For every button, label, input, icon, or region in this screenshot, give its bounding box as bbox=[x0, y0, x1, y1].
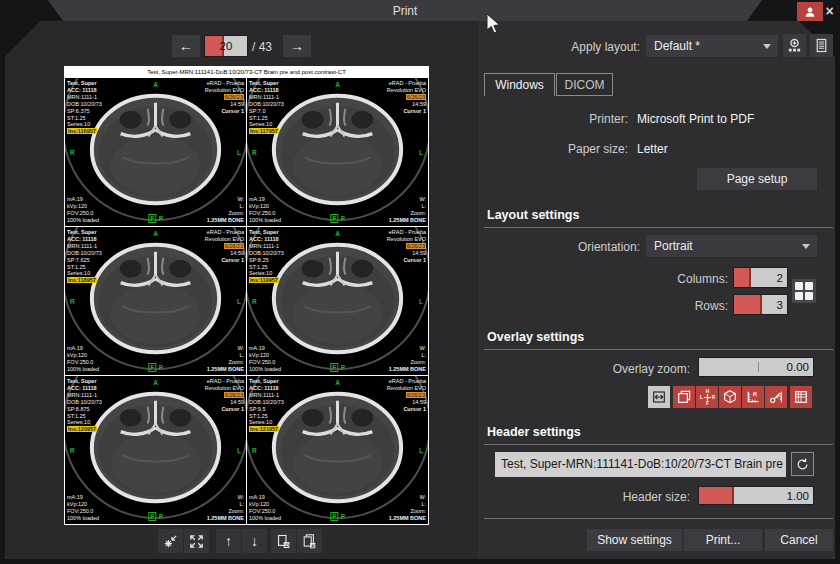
overlay-settings-title: Overlay settings bbox=[487, 330, 584, 344]
cell-overlay-bottom-right: W: L: Zoom: 1.25MM BONE bbox=[207, 196, 244, 224]
header-size-fill bbox=[699, 487, 734, 504]
delete-all-pages-button[interactable] bbox=[297, 529, 322, 553]
columns-fill bbox=[734, 268, 751, 287]
orientation-marker-right: R bbox=[252, 149, 257, 156]
reset-icon bbox=[795, 457, 810, 472]
divider bbox=[484, 227, 833, 228]
rows-value: 3 bbox=[777, 299, 783, 311]
orientation-marker-feet: FP bbox=[330, 363, 345, 372]
orientation-marker-left: L bbox=[419, 447, 423, 454]
move-page-down-button[interactable]: ↓ bbox=[242, 529, 267, 553]
rows-fill bbox=[734, 295, 762, 314]
printer-value: Microsoft Print to PDF bbox=[637, 112, 754, 126]
orientation-marker-feet: FP bbox=[330, 512, 345, 521]
orientation-dropdown[interactable]: Portrait bbox=[646, 235, 817, 257]
page-setup-button[interactable]: Page setup bbox=[697, 168, 817, 190]
cell-overlay-top-left: Test, Super ACC: 11118 MRN:1111-1 DOB:10… bbox=[67, 80, 102, 135]
actual-size-button[interactable] bbox=[158, 529, 183, 553]
preview-cell[interactable]: Test, Super ACC: 11118 MRN:1111-1 DOB:10… bbox=[247, 227, 428, 375]
show-settings-button[interactable]: Show settings bbox=[587, 529, 682, 551]
preview-cell[interactable]: Test, Super ACC: 11118 MRN:1111-1 DOB:10… bbox=[65, 227, 246, 375]
tab-windows-label: Windows bbox=[495, 78, 544, 92]
move-page-up-button[interactable]: ↑ bbox=[216, 529, 241, 553]
cell-overlay-top-right: eRAD - Prueba Revolution EVO 6/26/23 14:… bbox=[387, 378, 426, 413]
fit-overlays-icon bbox=[651, 389, 667, 405]
delete-page-button[interactable] bbox=[271, 529, 296, 553]
next-page-button[interactable]: → bbox=[283, 35, 311, 57]
cancel-button[interactable]: Cancel bbox=[765, 529, 833, 551]
measurements-button[interactable] bbox=[765, 386, 787, 408]
fit-page-icon bbox=[188, 533, 205, 550]
columns-label: Columns: bbox=[620, 272, 728, 286]
preview-cell[interactable]: Test, Super ACC: 11118 MRN:1111-1 DOB:10… bbox=[247, 376, 428, 524]
rows-spinner[interactable]: 3 bbox=[733, 294, 788, 315]
fit-overlays-button[interactable] bbox=[648, 386, 670, 408]
cell-overlay-top-left: Test, Super ACC: 11118 MRN:1111-1 DOB:10… bbox=[249, 229, 284, 284]
fit-page-button[interactable] bbox=[184, 529, 209, 553]
cell-overlay-bottom-right: W: L: Zoom: 1.25MM BONE bbox=[389, 345, 426, 373]
orientation-markers-button[interactable]: H L R F bbox=[696, 386, 718, 408]
header-settings-title: Header settings bbox=[487, 425, 581, 439]
previous-page-button[interactable]: ← bbox=[172, 35, 200, 57]
page-number-value: 20 bbox=[220, 40, 233, 52]
orientation-cube-button[interactable] bbox=[719, 386, 741, 408]
paper-size-label: Paper size: bbox=[520, 142, 628, 156]
cell-overlay-bottom-left: mA:19 kVp:120 FOV:250.0 100% loaded bbox=[249, 345, 281, 373]
table-icon bbox=[793, 389, 809, 405]
reset-header-button[interactable] bbox=[791, 452, 814, 476]
tab-dicom[interactable]: DICOM bbox=[556, 73, 613, 96]
orientation-marker-left: L bbox=[419, 149, 423, 156]
orientation-marker-right: R bbox=[70, 149, 75, 156]
measurements-key-icon bbox=[768, 389, 784, 405]
close-icon: × bbox=[825, 3, 833, 19]
orientation-marker-anterior: A bbox=[335, 379, 340, 386]
preview-cell[interactable]: Test, Super ACC: 11118 MRN:1111-1 DOB:10… bbox=[65, 376, 246, 524]
user-icon bbox=[803, 5, 817, 19]
layout-list-button[interactable] bbox=[810, 34, 833, 57]
window-title: Print bbox=[393, 4, 418, 18]
ruler-button[interactable] bbox=[742, 386, 764, 408]
overlay-zoom-label: Overlay zoom: bbox=[560, 362, 690, 376]
orientation-cube-icon bbox=[722, 389, 738, 405]
arrow-down-icon: ↓ bbox=[251, 533, 258, 549]
svg-text:L: L bbox=[700, 395, 703, 400]
cell-overlay-bottom-right: W: L: Zoom: 1.25MM BONE bbox=[389, 196, 426, 224]
arrow-up-icon: ↑ bbox=[225, 533, 232, 549]
arrow-left-icon: ← bbox=[179, 38, 193, 54]
show-overlays-button[interactable] bbox=[673, 386, 695, 408]
svg-text:H: H bbox=[705, 389, 709, 394]
svg-text:R: R bbox=[711, 395, 715, 400]
cell-overlay-top-right: eRAD - Prueba Revolution EVO 6/26/23 14:… bbox=[387, 229, 426, 264]
preview-cell[interactable]: Test, Super ACC: 11118 MRN:1111-1 DOB:10… bbox=[247, 78, 428, 226]
header-size-slider[interactable]: 1.00 bbox=[698, 486, 814, 505]
overlay-zoom-value: 0.00 bbox=[787, 361, 809, 373]
cell-overlay-bottom-right: W: L: Zoom: 1.25MM BONE bbox=[207, 494, 244, 522]
page-number-spinner[interactable]: 20 bbox=[204, 35, 248, 57]
cell-overlay-bottom-right: W: L: Zoom: 1.25MM BONE bbox=[207, 345, 244, 373]
apply-layout-dropdown[interactable]: Default * bbox=[646, 35, 778, 57]
divider bbox=[484, 518, 833, 519]
save-layout-button[interactable] bbox=[783, 34, 806, 57]
delete-page-icon bbox=[275, 533, 292, 550]
cell-overlay-top-left: Test, Super ACC: 11118 MRN:1111-1 DOB:10… bbox=[249, 80, 284, 135]
orientation-marker-feet: FP bbox=[148, 512, 163, 521]
tab-windows[interactable]: Windows bbox=[484, 73, 555, 96]
cell-overlay-top-left: Test, Super ACC: 11118 MRN:1111-1 DOB:10… bbox=[67, 378, 102, 433]
actual-size-icon bbox=[162, 533, 179, 550]
grid-icon bbox=[795, 282, 813, 300]
orientation-marker-feet: FP bbox=[148, 363, 163, 372]
layout-list-icon bbox=[813, 37, 830, 54]
cell-overlay-bottom-left: mA:19 kVp:120 FOV:250.0 100% loaded bbox=[67, 345, 99, 373]
print-button[interactable]: Print... bbox=[684, 529, 762, 551]
columns-spinner[interactable]: 2 bbox=[733, 267, 788, 288]
user-button[interactable] bbox=[797, 2, 823, 21]
print-preview-page: Test, Super-MRN:111141-DoB:10/20/73-CT B… bbox=[64, 66, 429, 525]
grid-layout-button[interactable] bbox=[792, 279, 816, 303]
close-button[interactable]: × bbox=[821, 2, 838, 20]
preview-cell[interactable]: Test, Super ACC: 11118 MRN:1111-1 DOB:10… bbox=[65, 78, 246, 226]
apply-layout-label: Apply layout: bbox=[540, 40, 640, 54]
table-overlay-button[interactable] bbox=[790, 386, 812, 408]
orientation-marker-anterior: A bbox=[335, 230, 340, 237]
overlay-zoom-slider[interactable]: 0.00 bbox=[698, 357, 814, 377]
header-text-input[interactable]: Test, Super-MRN:111141-DoB:10/20/73-CT B… bbox=[495, 452, 786, 477]
